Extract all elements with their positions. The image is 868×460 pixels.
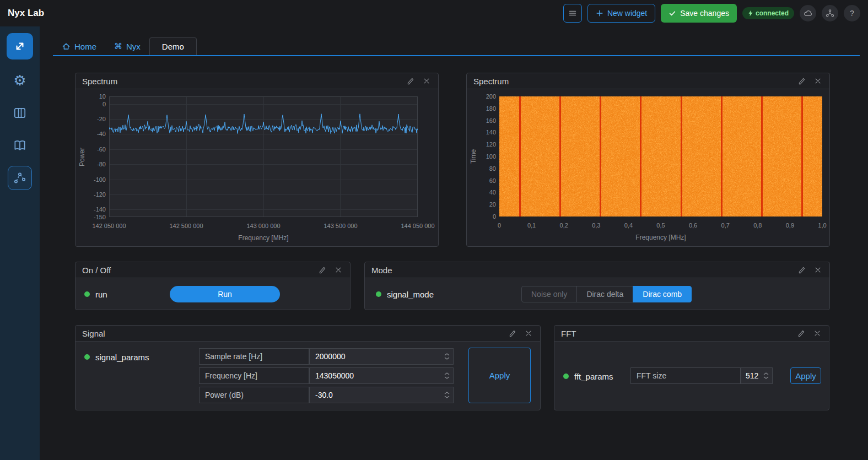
chevron-down-icon bbox=[444, 396, 450, 398]
tab-demo[interactable]: Demo bbox=[149, 37, 197, 55]
fft-size-input[interactable]: 512 bbox=[741, 367, 773, 384]
y-tick-label: 60 bbox=[471, 177, 496, 185]
close-icon[interactable] bbox=[422, 76, 432, 86]
hamburger-icon bbox=[568, 9, 577, 18]
mode-option-dirac-delta[interactable]: Dirac delta bbox=[576, 286, 633, 302]
stepper-buttons[interactable] bbox=[442, 369, 452, 383]
edit-icon[interactable] bbox=[405, 76, 415, 86]
logo-button[interactable] bbox=[7, 33, 33, 59]
help-icon: ? bbox=[850, 9, 854, 18]
topbar: Nyx Lab New widget Save changes connecte… bbox=[0, 0, 868, 26]
stepper-buttons[interactable] bbox=[761, 369, 771, 383]
fft-widget: FFT fft_params FFT size 512 Apply bbox=[554, 325, 829, 410]
status-dot bbox=[563, 374, 569, 379]
tab-nyx[interactable]: ⌘ Nyx bbox=[105, 37, 149, 55]
x-tick-label: 143 000 000 bbox=[239, 222, 288, 230]
widget-title: Signal bbox=[82, 329, 500, 338]
widget-title: On / Off bbox=[82, 266, 310, 275]
edit-icon[interactable] bbox=[317, 265, 327, 275]
sidebar-item-settings[interactable]: ⚙ bbox=[8, 68, 32, 93]
sidebar-item-layout[interactable] bbox=[8, 101, 32, 125]
cloud-button[interactable] bbox=[800, 5, 816, 21]
power-value: -30.0 bbox=[315, 391, 333, 399]
widget-header: Spectrum bbox=[76, 73, 438, 89]
spectrum-line-widget: Spectrum 100-20-40-60-80-100-120-140-150… bbox=[75, 73, 439, 247]
logo-arrows-icon bbox=[13, 39, 27, 53]
y-tick-label: 120 bbox=[471, 140, 496, 148]
onoff-widget: On / Off run Run bbox=[75, 262, 351, 310]
connected-badge: connected bbox=[742, 7, 794, 19]
y-tick-label: -20 bbox=[80, 115, 106, 123]
connected-label: connected bbox=[756, 9, 789, 17]
close-icon[interactable] bbox=[813, 76, 823, 86]
frequency-value: 143050000 bbox=[315, 371, 354, 380]
spectrum-line-plot-canvas[interactable] bbox=[109, 96, 418, 217]
y-tick-label: 0 bbox=[80, 100, 106, 108]
param-name: signal_mode bbox=[387, 290, 434, 299]
field-label-power: Power (dB) bbox=[199, 387, 309, 403]
new-widget-button[interactable]: New widget bbox=[587, 4, 655, 23]
app-root: Nyx Lab New widget Save changes connecte… bbox=[0, 0, 868, 460]
sidebar-item-docs[interactable] bbox=[8, 133, 32, 158]
mode-option-dirac-comb[interactable]: Dirac comb bbox=[633, 286, 692, 302]
edit-icon[interactable] bbox=[796, 328, 806, 338]
run-button[interactable]: Run bbox=[170, 286, 280, 302]
x-tick-label: 144 050 000 bbox=[393, 222, 443, 230]
menu-button[interactable] bbox=[563, 4, 582, 23]
close-icon[interactable] bbox=[333, 265, 343, 275]
field-label-sample-rate: Sample rate [Hz] bbox=[199, 348, 309, 365]
spectrum-line-chart: 100-20-40-60-80-100-120-140-150142 050 0… bbox=[76, 89, 438, 246]
close-icon[interactable] bbox=[812, 328, 822, 338]
mode-button-group: Noise only Dirac delta Dirac comb bbox=[521, 286, 692, 302]
x-axis-title: Frequency [MHz] bbox=[109, 234, 418, 242]
y-tick-label: -140 bbox=[80, 205, 106, 213]
help-button[interactable]: ? bbox=[844, 5, 860, 21]
spectrum-waterfall-widget: Spectrum 02040608010012014016018020000,1… bbox=[466, 73, 830, 247]
sidebar-item-flow[interactable] bbox=[8, 166, 32, 190]
plus-icon bbox=[596, 9, 603, 17]
y-axis-title: Power bbox=[78, 147, 86, 166]
edit-icon[interactable] bbox=[796, 265, 806, 275]
edit-icon[interactable] bbox=[796, 76, 806, 86]
close-icon[interactable] bbox=[813, 265, 823, 275]
signal-apply-button[interactable]: Apply bbox=[468, 348, 531, 403]
route-icon bbox=[13, 171, 27, 185]
power-input[interactable]: -30.0 bbox=[309, 387, 454, 403]
widget-header: Mode bbox=[365, 262, 829, 278]
close-icon[interactable] bbox=[524, 328, 533, 338]
signal-widget: Signal signal_params Sample rate [Hz] 20… bbox=[75, 325, 541, 410]
chevron-up-icon bbox=[444, 392, 450, 394]
y-tick-label: 140 bbox=[471, 128, 496, 136]
sample-rate-input[interactable]: 2000000 bbox=[309, 348, 454, 365]
fft-size-value: 512 bbox=[746, 371, 758, 380]
y-tick-label: 40 bbox=[471, 188, 496, 196]
mode-widget: Mode signal_mode Noise only Dirac delta … bbox=[364, 262, 830, 310]
waterfall-plot-canvas[interactable] bbox=[499, 96, 822, 217]
chevron-up-icon bbox=[444, 353, 450, 356]
status-dot bbox=[376, 291, 381, 297]
x-tick-label: 1,0 bbox=[797, 221, 847, 229]
y-tick-label: 200 bbox=[471, 93, 496, 100]
save-changes-label: Save changes bbox=[680, 9, 729, 18]
fft-apply-button[interactable]: Apply bbox=[790, 367, 821, 384]
widget-title: Spectrum bbox=[82, 77, 398, 86]
tab-home[interactable]: Home bbox=[53, 37, 105, 55]
sidebar: ⚙ bbox=[0, 26, 40, 460]
mode-option-noise-only[interactable]: Noise only bbox=[521, 286, 577, 302]
stepper-buttons[interactable] bbox=[442, 388, 452, 402]
stepper-buttons[interactable] bbox=[442, 349, 452, 364]
edit-icon[interactable] bbox=[507, 328, 517, 338]
widget-header: On / Off bbox=[76, 262, 350, 278]
y-axis-title: Time bbox=[470, 149, 477, 164]
save-changes-button[interactable]: Save changes bbox=[661, 4, 737, 23]
x-tick-label: 143 500 000 bbox=[316, 222, 365, 230]
param-name: signal_params bbox=[95, 353, 149, 362]
y-tick-label: 20 bbox=[471, 201, 496, 208]
new-widget-label: New widget bbox=[607, 9, 647, 18]
y-tick-label: 80 bbox=[471, 165, 496, 172]
hub-button[interactable] bbox=[822, 5, 838, 21]
frequency-input[interactable]: 143050000 bbox=[309, 367, 454, 384]
tab-nyx-label: Nyx bbox=[126, 42, 141, 51]
widget-header: FFT bbox=[554, 326, 829, 342]
hub-icon bbox=[826, 9, 834, 18]
